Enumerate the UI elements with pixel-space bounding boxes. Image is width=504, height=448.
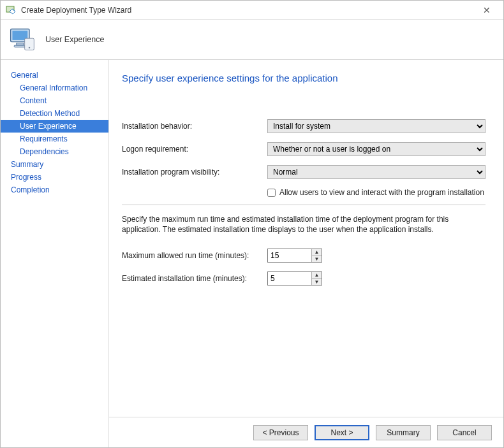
spinner-est-install[interactable]: ▲ ▼ bbox=[267, 271, 322, 285]
cancel-button[interactable]: Cancel bbox=[437, 425, 492, 440]
separator bbox=[122, 205, 485, 205]
sidebar-item-detection-method[interactable]: Detection Method bbox=[1, 107, 108, 120]
sidebar: GeneralGeneral InformationContentDetecti… bbox=[1, 60, 109, 447]
label-install-behavior: Installation behavior: bbox=[122, 122, 267, 131]
close-icon[interactable]: ✕ bbox=[475, 5, 498, 15]
summary-button[interactable]: Summary bbox=[376, 425, 431, 440]
label-install-visibility: Installation program visibility: bbox=[122, 168, 267, 177]
select-logon-requirement[interactable]: Whether or not a user is logged on bbox=[267, 142, 485, 156]
wizard-window: Create Deployment Type Wizard ✕ User Exp… bbox=[0, 0, 504, 448]
spin-down-icon[interactable]: ▼ bbox=[312, 256, 322, 263]
sidebar-item-general-information[interactable]: General Information bbox=[1, 82, 108, 94]
label-est-install: Estimated installation time (minutes): bbox=[122, 274, 267, 283]
wizard-body: GeneralGeneral InformationContentDetecti… bbox=[1, 60, 503, 447]
footer: < Previous Next > Summary Cancel bbox=[109, 417, 503, 447]
checkbox-allow-interact[interactable] bbox=[267, 189, 276, 197]
content-heading: Specify user experience settings for the… bbox=[122, 73, 485, 83]
spinner-max-runtime[interactable]: ▲ ▼ bbox=[267, 249, 322, 263]
select-install-behavior[interactable]: Install for system bbox=[267, 119, 485, 133]
monitor-icon bbox=[8, 25, 36, 54]
wizard-header: User Experience bbox=[1, 20, 503, 60]
label-allow-interact[interactable]: Allow users to view and interact with th… bbox=[279, 188, 484, 197]
spin-up-icon[interactable]: ▲ bbox=[312, 272, 322, 279]
select-install-visibility[interactable]: Normal bbox=[267, 165, 485, 179]
sidebar-item-completion[interactable]: Completion bbox=[1, 184, 108, 196]
svg-rect-4 bbox=[14, 45, 26, 47]
spin-up-icon[interactable]: ▲ bbox=[312, 249, 322, 256]
next-button[interactable]: Next > bbox=[315, 425, 369, 440]
previous-button[interactable]: < Previous bbox=[253, 425, 308, 440]
sidebar-item-requirements[interactable]: Requirements bbox=[1, 133, 108, 145]
sidebar-item-dependencies[interactable]: Dependencies bbox=[1, 145, 108, 158]
page-title: User Experience bbox=[45, 35, 104, 44]
description-text: Specify the maximum run time and estimat… bbox=[122, 214, 485, 235]
app-icon bbox=[6, 5, 16, 15]
input-est-install[interactable] bbox=[268, 272, 311, 285]
sidebar-item-progress[interactable]: Progress bbox=[1, 171, 108, 184]
spin-down-icon[interactable]: ▼ bbox=[312, 279, 322, 285]
sidebar-item-summary[interactable]: Summary bbox=[1, 158, 108, 171]
content-area: Specify user experience settings for the… bbox=[109, 60, 503, 447]
svg-point-6 bbox=[29, 47, 30, 48]
sidebar-item-user-experience[interactable]: User Experience bbox=[1, 120, 108, 133]
label-max-runtime: Maximum allowed run time (minutes): bbox=[122, 251, 267, 260]
sidebar-item-general[interactable]: General bbox=[1, 69, 108, 82]
window-title: Create Deployment Type Wizard bbox=[21, 6, 475, 15]
input-max-runtime[interactable] bbox=[268, 249, 311, 262]
sidebar-item-content[interactable]: Content bbox=[1, 94, 108, 107]
titlebar: Create Deployment Type Wizard ✕ bbox=[1, 1, 503, 20]
svg-rect-3 bbox=[17, 43, 24, 46]
label-logon-requirement: Logon requirement: bbox=[122, 145, 267, 154]
